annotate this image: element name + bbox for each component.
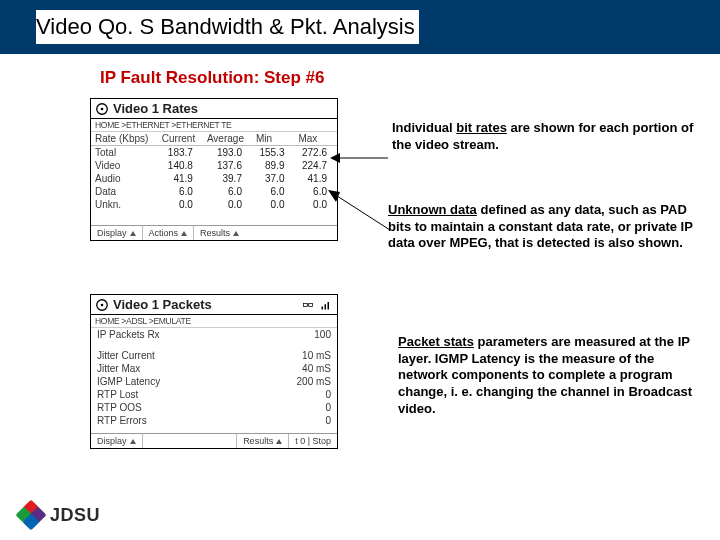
row-label: Data — [91, 185, 158, 198]
table-row: Video140.8137.689.9224.7 — [91, 159, 337, 172]
table-row: Data6.06.06.06.0 — [91, 185, 337, 198]
cell-value: 6.0 — [158, 185, 203, 198]
footer-btn-display[interactable]: Display — [91, 226, 143, 240]
cell-value: 193.0 — [203, 146, 252, 160]
svg-marker-13 — [328, 190, 340, 202]
footer-btn-results[interactable]: Results — [194, 226, 245, 240]
panel-rates-breadcrumb: HOME >ETHERNET >ETHERNET TE — [91, 119, 337, 132]
col-max: Max — [294, 132, 337, 146]
subtitle: IP Fault Resolution: Step #6 — [100, 68, 720, 88]
cell-value: 140.8 — [158, 159, 203, 172]
cell-value: 155.3 — [252, 146, 295, 160]
annotation-packet-stats: Packet stats parameters are measured at … — [398, 334, 698, 417]
row-value: 100 — [243, 328, 337, 341]
svg-rect-5 — [309, 303, 313, 306]
arrow-icon — [326, 188, 392, 234]
row-value: 200 mS — [243, 375, 337, 388]
title-bar: Video Qo. S Bandwidth & Pkt. Analysis — [0, 0, 720, 54]
row-label: IP Packets Rx — [91, 328, 243, 341]
cell-value: 89.9 — [252, 159, 295, 172]
table-row: RTP Errors0 — [91, 414, 337, 427]
cell-value: 0.0 — [252, 198, 295, 211]
analyze-icon — [95, 102, 109, 116]
row-label: Video — [91, 159, 158, 172]
row-value: 0 — [243, 401, 337, 414]
table-row: RTP OOS0 — [91, 401, 337, 414]
annotation-unknown-data: Unknown data defined as any data, such a… — [388, 202, 698, 252]
row-label: IGMP Latency — [91, 375, 243, 388]
cell-value: 0.0 — [158, 198, 203, 211]
signal-icon — [319, 298, 333, 312]
footer-btn-stop[interactable]: t 0 | Stop — [289, 434, 337, 448]
row-label: RTP Lost — [91, 388, 243, 401]
footer-btn-actions[interactable]: Actions — [143, 226, 195, 240]
arrow-icon — [330, 148, 390, 168]
panel-rates-title: Video 1 Rates — [113, 101, 198, 116]
cell-value: 37.0 — [252, 172, 295, 185]
rates-header-row: Rate (Kbps) Current Average Min Max — [91, 132, 337, 146]
table-row: Audio41.939.737.041.9 — [91, 172, 337, 185]
row-label: Audio — [91, 172, 158, 185]
cell-value: 39.7 — [203, 172, 252, 185]
row-label: Jitter Max — [91, 362, 243, 375]
footer-btn-display[interactable]: Display — [91, 434, 143, 448]
row-value: 0 — [243, 388, 337, 401]
row-value: 10 mS — [243, 349, 337, 362]
panel-video-rates: Video 1 Rates HOME >ETHERNET >ETHERNET T… — [90, 98, 338, 241]
svg-point-3 — [101, 303, 104, 306]
col-average: Average — [203, 132, 252, 146]
cell-value: 0.0 — [203, 198, 252, 211]
panel-packets-title: Video 1 Packets — [113, 297, 212, 312]
footer-btn-results[interactable]: Results — [237, 434, 289, 448]
logo-mark-icon — [18, 502, 44, 528]
svg-rect-4 — [304, 303, 308, 306]
table-row: Jitter Max40 mS — [91, 362, 337, 375]
panel-packets-breadcrumb: HOME >ADSL >EMULATE — [91, 315, 337, 328]
chevron-up-icon — [130, 439, 136, 444]
chevron-up-icon — [233, 231, 239, 236]
cell-value: 183.7 — [158, 146, 203, 160]
row-label: RTP OOS — [91, 401, 243, 414]
table-row: Total183.7193.0155.3272.6 — [91, 146, 337, 160]
analyze-icon — [95, 298, 109, 312]
svg-rect-7 — [322, 306, 324, 309]
row-value: 0 — [243, 414, 337, 427]
annotation-bit-rates: Individual bit rates are shown for each … — [392, 120, 702, 153]
chevron-up-icon — [130, 231, 136, 236]
packets-table: IP Packets Rx100Jitter Current10 mSJitte… — [91, 328, 337, 427]
row-label: Jitter Current — [91, 349, 243, 362]
svg-line-12 — [334, 194, 390, 230]
panel-packets-footer: Display Results t 0 | Stop — [91, 433, 337, 448]
svg-rect-8 — [325, 304, 327, 309]
table-row: IP Packets Rx100 — [91, 328, 337, 341]
col-current: Current — [158, 132, 203, 146]
cell-value: 6.0 — [203, 185, 252, 198]
table-row: Unkn.0.00.00.00.0 — [91, 198, 337, 211]
col-rate: Rate (Kbps) — [91, 132, 158, 146]
cell-value: 41.9 — [294, 172, 337, 185]
row-label: Unkn. — [91, 198, 158, 211]
panel-video-packets: Video 1 Packets HOME >ADSL >EMULATE IP P… — [90, 294, 338, 449]
panel-rates-header: Video 1 Rates — [91, 99, 337, 119]
footer-spacer — [143, 434, 238, 448]
cell-value: 6.0 — [252, 185, 295, 198]
logo-text: JDSU — [50, 505, 100, 526]
chevron-up-icon — [181, 231, 187, 236]
row-label: RTP Errors — [91, 414, 243, 427]
panel-packets-header: Video 1 Packets — [91, 295, 337, 315]
row-value: 40 mS — [243, 362, 337, 375]
cell-value: 41.9 — [158, 172, 203, 185]
row-label: Total — [91, 146, 158, 160]
link-icon — [301, 298, 315, 312]
chevron-up-icon — [276, 439, 282, 444]
panel-rates-footer: Display Actions Results — [91, 225, 337, 240]
svg-rect-9 — [328, 302, 330, 310]
table-row: IGMP Latency200 mS — [91, 375, 337, 388]
col-min: Min — [252, 132, 295, 146]
svg-point-1 — [101, 107, 104, 110]
brand-logo: JDSU — [18, 502, 100, 528]
cell-value: 137.6 — [203, 159, 252, 172]
rates-table: Rate (Kbps) Current Average Min Max Tota… — [91, 132, 337, 211]
table-row: RTP Lost0 — [91, 388, 337, 401]
table-row: Jitter Current10 mS — [91, 349, 337, 362]
